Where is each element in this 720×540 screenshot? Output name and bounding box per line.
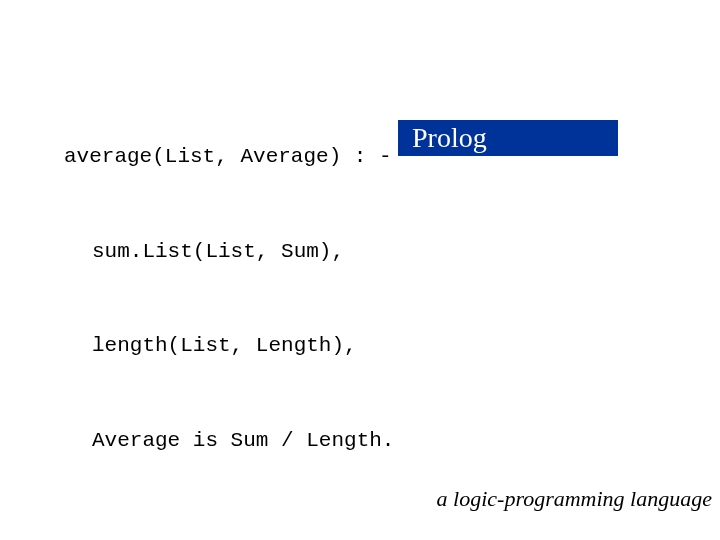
footer-caption: a logic-programming language	[437, 486, 712, 512]
code-line: sum.List(List, Sum),	[64, 236, 543, 268]
footer-text: a logic-programming language	[437, 486, 712, 511]
badge-label: Prolog	[412, 122, 487, 154]
language-badge: Prolog	[398, 120, 618, 156]
code-line: Average is Sum / Length.	[64, 425, 543, 457]
code-line: length(List, Length),	[64, 330, 543, 362]
